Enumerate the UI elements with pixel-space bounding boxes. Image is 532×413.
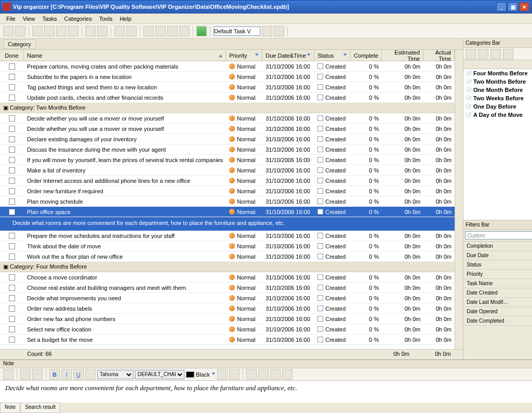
task-row[interactable]: Set a budget for the move Normal 31/10/2…	[0, 335, 455, 345]
task-row[interactable]: Tag packed things and send them to a new…	[0, 82, 455, 92]
close-button[interactable]: ✕	[519, 2, 529, 11]
task-row[interactable]: Plan moving schedule Normal 31/10/2006 1…	[0, 196, 455, 207]
task-row[interactable]: Decide whether you will use a mover or m…	[0, 113, 455, 124]
filter-row[interactable]: Date Opened	[463, 307, 532, 316]
filter-row[interactable]: Date Last Modif…	[463, 298, 532, 307]
categories-table[interactable]: Un...T... Four Months Before77Two Months…	[463, 60, 532, 119]
color-swatch[interactable]	[186, 371, 194, 378]
align-left-icon[interactable]	[246, 369, 257, 380]
note-tab[interactable]: Note	[0, 403, 20, 413]
note-btn[interactable]	[20, 369, 31, 380]
col-name[interactable]: Name▵	[24, 50, 226, 61]
category-item[interactable]: One Month Before1414	[463, 86, 532, 94]
task-row[interactable]: Prepare cartons, moving crates and other…	[0, 61, 455, 72]
task-row[interactable]: Order Internet access and additional pho…	[0, 176, 455, 186]
task-row[interactable]: Make a list of inventory Normal 31/10/20…	[0, 165, 455, 176]
menu-categories[interactable]: Categories	[61, 15, 95, 23]
checkbox[interactable]	[9, 74, 15, 80]
category-item[interactable]: A Day of the Move99	[463, 111, 532, 119]
task-row[interactable]: Order new address labels Normal 31/10/20…	[0, 303, 455, 314]
groupby-pill[interactable]: Category	[3, 39, 36, 49]
toolbar-btn[interactable]	[68, 26, 78, 36]
toolbar-btn[interactable]	[114, 26, 125, 36]
checkbox[interactable]	[9, 209, 15, 215]
task-row[interactable]: Plan office space Normal 31/10/2006 16:0…	[0, 207, 455, 217]
task-row[interactable]: Think about the date of move Normal 31/1…	[0, 241, 455, 251]
bold-icon[interactable]: B	[49, 369, 60, 380]
toolbar-btn[interactable]	[490, 49, 501, 59]
toolbar-btn[interactable]	[143, 26, 154, 36]
col-actual[interactable]: Actual Time	[423, 50, 455, 61]
toolbar-btn[interactable]	[32, 26, 43, 36]
toolbar-btn[interactable]	[126, 26, 137, 36]
toolbar-btn[interactable]	[85, 26, 96, 36]
note-tab[interactable]: Search result	[20, 403, 60, 413]
toolbar-btn[interactable]	[274, 26, 284, 36]
menu-help[interactable]: Help	[116, 15, 135, 23]
task-row[interactable]: Select new office location Normal 31/10/…	[0, 324, 455, 335]
font-select[interactable]: Tahoma	[97, 370, 134, 379]
note-body[interactable]: Decide what rooms are more convenient fo…	[0, 381, 532, 403]
checkbox[interactable]	[9, 188, 15, 194]
filter-row[interactable]: Status	[463, 260, 532, 270]
toolbar-btn[interactable]	[478, 49, 488, 59]
checkbox[interactable]	[9, 285, 15, 291]
menu-tasks[interactable]: Tasks	[39, 15, 60, 23]
menu-tools[interactable]: Tools	[96, 15, 116, 23]
task-grid[interactable]: Done Name▵ Priority Due Date&Time Status…	[0, 50, 455, 349]
task-row[interactable]: If you will move by yourself, learn the …	[0, 155, 455, 165]
filter-row[interactable]: Date Completed	[463, 316, 532, 326]
task-row[interactable]: Decide whether you will use a mover or m…	[0, 124, 455, 134]
task-row[interactable]: Order new furniture if required Normal 3…	[0, 186, 455, 196]
checkbox[interactable]	[9, 146, 15, 153]
align-center-icon[interactable]	[258, 369, 269, 380]
toolbar-btn[interactable]	[44, 26, 55, 36]
task-row[interactable]: Update post cards, checks and other fina…	[0, 92, 455, 103]
checkbox[interactable]	[9, 254, 15, 260]
toolbar-btn[interactable]	[167, 26, 178, 36]
align-right-icon[interactable]	[270, 369, 281, 380]
toolbar-btn[interactable]	[179, 26, 190, 36]
filter-row[interactable]: Completion	[463, 242, 532, 251]
category-row[interactable]: Category: Two Months Before	[0, 103, 455, 113]
checkbox[interactable]	[9, 63, 15, 70]
task-row[interactable]: Prepare the move schedules and instructi…	[0, 231, 455, 241]
checkbox[interactable]	[9, 95, 15, 101]
chevron-down-icon[interactable]	[211, 372, 216, 377]
note-btn[interactable]	[32, 369, 43, 380]
task-row[interactable]: Choose a move coordinator Normal 31/10/2…	[0, 272, 455, 283]
toolbar-btn[interactable]	[262, 26, 272, 36]
col-due[interactable]: Due Date&Time	[262, 50, 314, 61]
underline-icon[interactable]: U	[73, 369, 84, 380]
category-item[interactable]: Four Months Before77	[463, 69, 532, 78]
vertical-scrollbar[interactable]	[455, 50, 463, 349]
category-item[interactable]: Two Months Before1313	[463, 77, 532, 86]
toolbar-btn[interactable]	[56, 26, 66, 36]
note-btn[interactable]	[217, 369, 228, 380]
category-item[interactable]: Two Weeks Before1313	[463, 94, 532, 102]
toolbar-btn[interactable]	[466, 49, 476, 59]
checkbox[interactable]	[9, 136, 15, 142]
italic-icon[interactable]: I	[61, 369, 72, 380]
toolbar-btn[interactable]	[97, 26, 108, 36]
charset-select[interactable]: DEFAULT_CHAR	[135, 370, 184, 379]
checkbox[interactable]	[9, 178, 15, 184]
menu-view[interactable]: View	[20, 15, 38, 23]
task-row[interactable]: Work out the a floor plan of new office …	[0, 251, 455, 262]
checkbox[interactable]	[9, 233, 15, 239]
col-complete[interactable]: Complete	[351, 50, 382, 61]
checkbox[interactable]	[9, 326, 15, 332]
filter-row[interactable]: Priority	[463, 270, 532, 279]
bullets-icon[interactable]	[282, 369, 292, 380]
checkbox[interactable]	[9, 126, 15, 132]
task-row[interactable]: Declare existing damages of your invento…	[0, 134, 455, 144]
filter-row[interactable]: Task Name	[463, 279, 532, 288]
checkbox[interactable]	[9, 84, 15, 90]
toolbar-btn[interactable]	[503, 49, 513, 59]
checkbox[interactable]	[9, 337, 15, 343]
task-row[interactable]: Decide what improvements you need Normal…	[0, 293, 455, 303]
task-row[interactable]: Discuss the insurance during the move wi…	[0, 144, 455, 155]
toolbar-btn[interactable]	[155, 26, 166, 36]
toolbar-btn[interactable]	[15, 26, 25, 36]
titlebar[interactable]: Vip organizer [C:\Program Files\VIP Qual…	[0, 0, 532, 14]
